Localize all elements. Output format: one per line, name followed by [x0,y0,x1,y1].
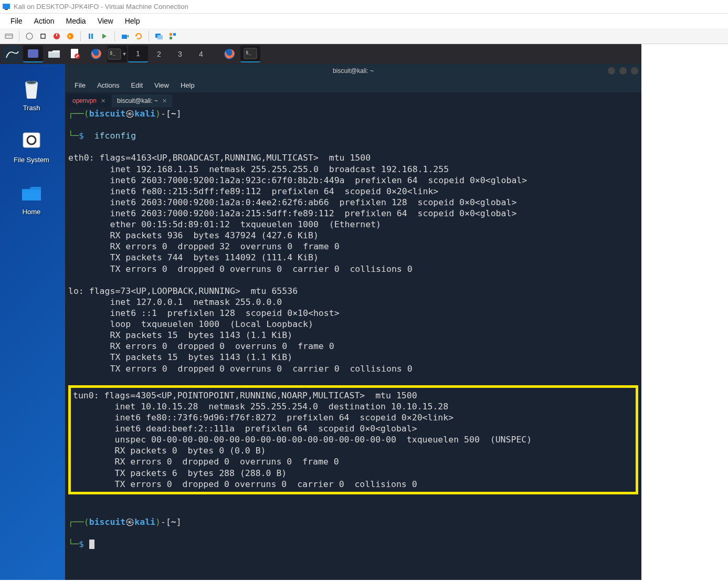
minimize-button[interactable] [608,67,615,75]
svg-point-6 [26,33,33,39]
term-menu-file[interactable]: File [69,79,91,91]
share-icon[interactable] [167,30,178,42]
ifconfig-lo: lo: flags=73<UP,LOOPBACK,RUNNING> mtu 65… [68,286,413,374]
shutdown-icon[interactable] [51,30,62,42]
term-menu-edit[interactable]: Edit [126,79,148,91]
filesystem-icon[interactable]: File System [10,128,52,164]
cursor [89,540,94,549]
toolbar-divider [114,31,115,41]
terminal-window: biscuit@kali: ~ File Actions Edit View H… [65,64,641,580]
maximize-button[interactable] [619,67,627,75]
svg-rect-12 [91,34,93,39]
terminal-tabs: openvpn✕ biscuit@kali: ~✕ [65,92,641,107]
svg-rect-3 [6,35,7,36]
svg-rect-15 [157,35,163,39]
filesystem-label: File System [14,156,49,164]
show-desktop-icon[interactable] [23,46,43,62]
firefox-running-icon[interactable] [219,46,239,62]
vm-icon [2,3,10,11]
prompt-line: ┌──(biscuit㉿kali)-[~] [68,108,638,119]
toolbar-divider [19,31,19,41]
home-icon[interactable]: Home [10,179,52,216]
terminal-title: biscuit@kali: ~ [333,67,374,75]
terminal-titlebar[interactable]: biscuit@kali: ~ [65,64,641,78]
menu-help[interactable]: Help [120,15,145,27]
home-label: Home [23,208,41,216]
stop-icon[interactable] [37,30,49,42]
svg-text:$_: $_ [110,50,115,56]
workspace-3[interactable]: 3 [170,46,190,62]
tab-main[interactable]: biscuit@kali: ~✕ [112,94,172,107]
close-button[interactable] [631,67,638,75]
terminal-body[interactable]: ┌──(biscuit㉿kali)-[~] └─$ ifconfig eth0:… [65,107,641,580]
trash-label: Trash [23,104,40,112]
toolbar-divider [80,31,81,41]
reset-icon[interactable] [99,30,110,42]
terminal-menubar: File Actions Edit View Help [65,78,641,92]
menu-media[interactable]: Media [60,15,91,27]
svg-text:$_: $_ [246,50,251,55]
highlight-tun0: tun0: flags=4305<UP,POINTOPOINT,RUNNING,… [68,385,638,494]
svg-rect-5 [10,35,12,36]
desktop-icons: Trash File System Home [10,76,52,231]
workspace-1[interactable]: 1 [128,46,148,62]
svg-rect-17 [173,33,176,36]
toolbar-divider [149,31,149,41]
vm-guest-area: $_▼ 1 2 3 4 $_ Trash File System Home bi… [0,44,641,580]
ifconfig-eth0: eth0: flags=4163<UP,BROADCAST,RUNNING,MU… [68,153,527,273]
tab-openvpn[interactable]: openvpn✕ [67,94,111,107]
workspace-4[interactable]: 4 [191,46,211,62]
vm-title: Kali on DESKTOP-JPK4IFO - Virtual Machin… [14,3,188,10]
svg-rect-20 [48,52,60,58]
vm-titlebar: Kali on DESKTOP-JPK4IFO - Virtual Machin… [0,0,728,14]
kali-taskbar: $_▼ 1 2 3 4 $_ [0,44,641,64]
terminal-running-icon[interactable]: $_ [240,46,260,62]
menu-view[interactable]: View [92,15,119,27]
svg-rect-34 [22,190,41,200]
firefox-icon[interactable] [86,46,106,62]
svg-rect-19 [28,49,38,58]
prompt-line: └─$ [68,538,638,550]
chevron-down-icon: ▼ [122,51,127,57]
vm-menubar: File Action Media View Help [0,14,728,28]
enhanced-session-icon[interactable] [153,30,165,42]
svg-rect-18 [170,37,172,39]
prompt-line: └─$ ifconfig [68,130,638,141]
start-icon[interactable] [24,30,35,42]
text-editor-icon[interactable] [65,46,85,62]
ctrl-alt-del-icon[interactable] [3,30,15,42]
svg-rect-1 [5,9,8,10]
tab-label: biscuit@kali: ~ [117,97,158,104]
tab-label: openvpn [72,97,97,104]
svg-rect-32 [23,133,40,147]
term-menu-help[interactable]: Help [175,79,200,91]
svg-point-31 [27,81,36,84]
vm-toolbar [0,28,728,44]
svg-rect-0 [3,4,10,9]
trash-icon[interactable]: Trash [10,76,52,112]
close-icon[interactable]: ✕ [162,98,167,104]
svg-rect-11 [89,34,90,39]
terminal-launcher-icon[interactable]: $_▼ [107,46,127,62]
svg-rect-16 [170,33,172,36]
svg-rect-4 [8,35,9,36]
checkpoint-icon[interactable] [119,30,131,42]
svg-rect-13 [122,35,127,39]
svg-rect-9 [56,34,57,36]
revert-icon[interactable] [133,30,144,42]
close-icon[interactable]: ✕ [101,98,105,104]
ifconfig-tun0: tun0: flags=4305<UP,POINTOPOINT,RUNNING,… [73,390,532,489]
term-menu-view[interactable]: View [149,79,174,91]
file-manager-icon[interactable] [44,46,64,62]
save-icon[interactable] [65,30,76,42]
prompt-line: ┌──(biscuit㉿kali)-[~] [68,516,638,527]
term-menu-actions[interactable]: Actions [92,79,125,91]
svg-rect-7 [41,34,45,38]
kali-menu-icon[interactable] [2,46,22,62]
pause-icon[interactable] [85,30,97,42]
workspace-2[interactable]: 2 [149,46,169,62]
menu-action[interactable]: Action [29,15,60,27]
menu-file[interactable]: File [5,15,28,27]
